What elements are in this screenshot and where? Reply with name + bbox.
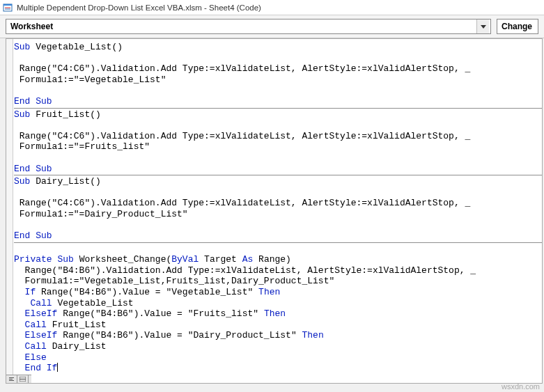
- svg-rect-1: [3, 4, 12, 6]
- selector-toolbar: Worksheet Change: [0, 15, 544, 38]
- titlebar[interactable]: Multiple Dependent Drop-Down List Excel …: [0, 0, 544, 15]
- excel-module-icon: [3, 3, 13, 13]
- svg-rect-5: [9, 377, 14, 378]
- object-dropdown-value: Worksheet: [10, 22, 53, 31]
- code-text[interactable]: Sub Vegetable_List() Range("C4:C6").Vali…: [13, 39, 542, 383]
- chevron-down-icon[interactable]: [476, 19, 489, 33]
- full-module-view-icon[interactable]: [17, 375, 29, 383]
- margin-indicator-bar: [6, 39, 13, 383]
- procedure-dropdown-value: Change: [502, 22, 532, 31]
- window-title: Multiple Dependent Drop-Down List Excel …: [17, 3, 261, 12]
- watermark-text: wsxdn.com: [502, 382, 540, 391]
- procedure-view-icon[interactable]: [6, 375, 17, 383]
- svg-rect-6: [9, 379, 13, 379]
- svg-marker-4: [481, 25, 486, 29]
- procedure-dropdown[interactable]: Change: [497, 19, 538, 34]
- code-editor[interactable]: Sub Vegetable_List() Range("C4:C6").Vali…: [6, 38, 543, 384]
- view-mode-tabs: [6, 375, 31, 383]
- svg-rect-7: [9, 380, 14, 381]
- object-dropdown[interactable]: Worksheet: [6, 19, 491, 34]
